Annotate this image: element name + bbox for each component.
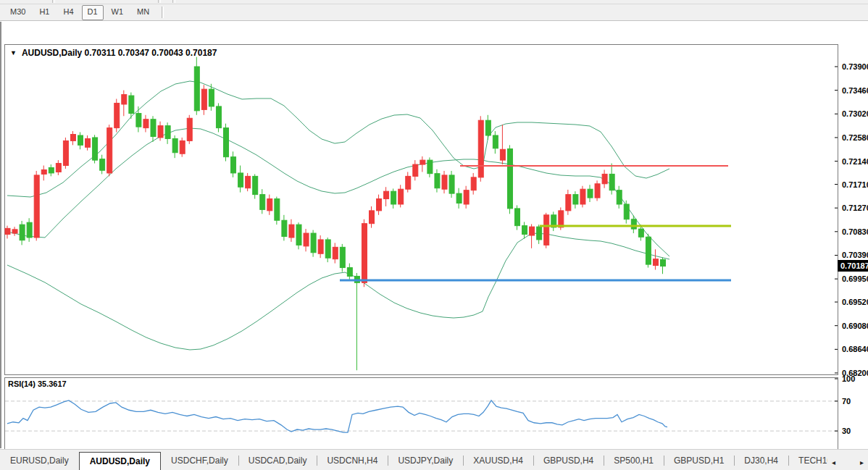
candle-body: [478, 120, 483, 177]
chart-tab-usdjpy-daily[interactable]: USDJPY,Daily: [388, 452, 463, 469]
candle-body: [631, 219, 636, 229]
price-tick-label: 0.73020: [842, 109, 868, 118]
candle-body: [231, 157, 236, 173]
chart-tab-usdcnh-h4[interactable]: USDCNH,H4: [317, 452, 388, 469]
price-tick-label: 0.69520: [842, 298, 868, 306]
timeframe-button-d1[interactable]: D1: [82, 5, 104, 20]
candle-body: [566, 195, 571, 211]
chart-tab-audusd-daily[interactable]: AUDUSD,Daily: [79, 452, 161, 470]
candle-body: [427, 160, 433, 174]
price-chart[interactable]: 0.739000.734600.730200.725800.721400.717…: [4, 43, 868, 470]
price-axis[interactable]: 0.739000.734600.730200.725800.721400.717…: [835, 62, 868, 377]
candle-body: [63, 140, 68, 165]
candle-body: [136, 114, 141, 127]
candle-body: [41, 169, 46, 174]
candle-body: [49, 168, 54, 173]
candle-body: [93, 138, 98, 160]
candle-body: [377, 199, 382, 211]
candle-body: [201, 89, 206, 109]
candle-body: [114, 103, 120, 127]
bollinger-lower-band: [7, 233, 669, 350]
candle-body: [100, 159, 105, 171]
candle-body: [158, 126, 163, 138]
candle-body: [27, 222, 32, 238]
chart-tab-dj30-h4[interactable]: DJ30,H4: [734, 452, 788, 469]
toolbar-separator: [158, 0, 161, 3]
timeframe-button-h1[interactable]: H1: [33, 5, 55, 20]
candle-body: [507, 149, 512, 209]
timeframe-button-w1[interactable]: W1: [106, 5, 130, 20]
candle-body: [515, 209, 520, 226]
candle-body: [530, 227, 535, 235]
candle-body: [580, 189, 585, 204]
timeframe-toolbar: M30H1H4D1W1MN: [0, 4, 868, 21]
rsi-pane: 10070300: [5, 374, 855, 458]
candle-body: [187, 118, 192, 140]
candle-body: [420, 160, 425, 164]
price-tick-label: 0.73900: [842, 62, 868, 71]
timeframe-button-mn[interactable]: MN: [131, 5, 155, 20]
price-tick-label: 0.70390: [842, 251, 868, 259]
candle-body: [224, 128, 229, 157]
chart-tabs: EURUSD,DailyAUDUSD,DailyUSDCHF,DailyUSDC…: [0, 452, 827, 470]
chart-tab-sp500-h1[interactable]: SP500,H1: [604, 452, 664, 469]
timeframe-button-m30[interactable]: M30: [4, 5, 31, 20]
chart-tab-xauusd-h4[interactable]: XAUUSD,H4: [463, 452, 533, 469]
candle-body: [449, 175, 454, 193]
candle-body: [485, 120, 491, 135]
tab-scroll-buttons: ◂ ▸: [827, 453, 868, 470]
current-price-tag: 0.70187: [838, 260, 868, 272]
main-pane-border: [5, 45, 838, 375]
candle-body: [333, 247, 338, 259]
candle-body: [304, 233, 309, 246]
price-tick-label: 0.68640: [842, 345, 868, 353]
candle-body: [609, 174, 614, 190]
toolbar-separator: [172, 0, 175, 3]
candle-body: [559, 211, 564, 227]
candle-body: [617, 190, 622, 204]
chart-tab-eurusd-daily[interactable]: EURUSD,Daily: [0, 452, 79, 469]
chart-tab-gbpusd-h4[interactable]: GBPUSD,H4: [533, 452, 604, 469]
candle-body: [653, 259, 658, 266]
chart-tab-gbpusd-h1[interactable]: GBPUSD,H1: [664, 452, 734, 469]
candle-body: [56, 164, 61, 172]
toolbar-separator: [162, 7, 164, 18]
toolbar-separator: [52, 0, 55, 3]
candle-body: [194, 67, 199, 111]
candle-body: [296, 224, 301, 245]
candle-body: [122, 95, 127, 104]
price-tick-label: 0.71710: [842, 180, 868, 189]
tab-scroll-left-icon[interactable]: ◂: [832, 458, 835, 466]
candle-body: [70, 135, 75, 141]
candle-body: [267, 199, 272, 211]
candle-body: [646, 237, 651, 264]
candle-body: [275, 199, 280, 221]
candle-body: [500, 149, 505, 160]
candle-body: [464, 190, 469, 204]
rsi-line: [7, 400, 667, 432]
tab-scroll-right-icon[interactable]: ▸: [860, 458, 864, 466]
candle-body: [362, 224, 367, 283]
candle-body: [537, 227, 542, 240]
timeframe-button-h4[interactable]: H4: [57, 5, 79, 20]
candle-body: [238, 173, 243, 187]
rsi-tick-label: 100: [842, 374, 855, 383]
chart-tab-usdchf-daily[interactable]: USDCHF,Daily: [161, 452, 238, 469]
candle-body: [442, 175, 447, 189]
price-tick-label: 0.72140: [842, 157, 868, 166]
chart-tab-usdcad-daily[interactable]: USDCAD,Daily: [238, 452, 317, 469]
bollinger-bands: [7, 81, 669, 350]
candlesticks: [5, 57, 666, 371]
candle-body: [253, 176, 258, 194]
candle-body: [544, 215, 549, 246]
candle-body: [595, 184, 600, 198]
chart-tab-tech100-h1[interactable]: TECH100,H1: [788, 452, 827, 469]
candle-body: [602, 174, 607, 183]
candle-body: [398, 189, 404, 204]
candle-body: [246, 176, 251, 188]
candle-body: [289, 224, 294, 238]
chevron-down-icon: ▼: [10, 49, 17, 56]
candle-body: [325, 240, 330, 258]
candle-body: [456, 193, 462, 203]
symbol-ohlc-line: ▼AUDUSD,Daily 0.70311 0.70347 0.70043 0.…: [10, 48, 217, 58]
